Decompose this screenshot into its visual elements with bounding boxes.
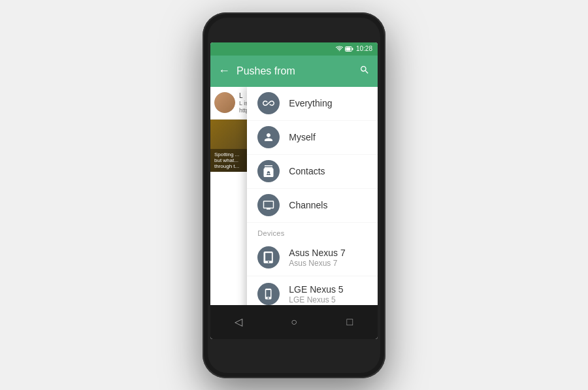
phone-body: 10:28 ← Pushes from (203, 12, 385, 378)
everything-icon-circle (257, 92, 280, 114)
contacts-icon-circle (257, 160, 280, 182)
tv-icon (263, 199, 274, 211)
lge-nexus-5-name: LGE Nexus 5 (289, 284, 343, 295)
asus-nexus-7-icon-circle (257, 246, 280, 268)
panel-item-everything[interactable]: Everything (247, 87, 378, 121)
avatar-1 (214, 92, 235, 113)
person-icon (263, 131, 274, 143)
asus-nexus-7-sub: Asus Nexus 7 (289, 259, 345, 268)
tablet-icon-1 (263, 252, 274, 263)
lge-nexus-5-sub: LGE Nexus 5 (289, 295, 343, 304)
wifi-icon (336, 46, 343, 52)
channels-label: Channels (289, 200, 327, 210)
phone-device: 10:28 ← Pushes from (203, 12, 385, 378)
channels-icon-circle (257, 194, 280, 216)
lge-nexus-5-text: LGE Nexus 5 LGE Nexus 5 (289, 284, 343, 304)
home-nav-button[interactable]: ○ (282, 310, 306, 334)
status-icons (336, 46, 353, 52)
devices-section-header: Devices (247, 223, 378, 240)
back-nav-button[interactable]: ◁ (227, 310, 250, 334)
status-time: 10:28 (356, 45, 372, 52)
myself-label: Myself (289, 132, 315, 142)
pushes-from-panel: Everything Myself (247, 87, 378, 339)
battery-icon (345, 46, 353, 52)
myself-icon-circle (257, 126, 280, 148)
screen: 10:28 ← Pushes from (210, 42, 378, 339)
phone-inner: 10:28 ← Pushes from (208, 18, 380, 373)
panel-item-channels[interactable]: Channels (247, 189, 378, 223)
panel-item-myself[interactable]: Myself (247, 121, 378, 155)
lge-nexus-5-icon-circle (257, 283, 280, 305)
content-area: L L is fina... http://w... Spotting ... … (210, 87, 378, 339)
contacts-label: Contacts (289, 166, 325, 176)
infinity-icon (263, 97, 274, 109)
everything-label: Everything (289, 98, 332, 108)
svg-rect-1 (351, 48, 353, 50)
back-button[interactable]: ← (218, 64, 230, 78)
device-item-asus-nexus-7[interactable]: Asus Nexus 7 Asus Nexus 7 (247, 240, 378, 276)
svg-rect-2 (346, 47, 350, 50)
contacts-icon (263, 165, 274, 177)
app-bar: ← Pushes from (210, 56, 378, 87)
asus-nexus-7-text: Asus Nexus 7 Asus Nexus 7 (289, 248, 345, 268)
phone-icon (263, 288, 274, 300)
search-button[interactable] (359, 65, 370, 78)
search-icon (359, 65, 370, 75)
recent-nav-button[interactable]: □ (338, 310, 361, 334)
app-bar-title: Pushes from (237, 65, 353, 77)
status-bar: 10:28 (210, 42, 378, 56)
nav-bar: ◁ ○ □ (210, 305, 378, 339)
asus-nexus-7-name: Asus Nexus 7 (289, 248, 345, 258)
panel-item-contacts[interactable]: Contacts (247, 155, 378, 189)
